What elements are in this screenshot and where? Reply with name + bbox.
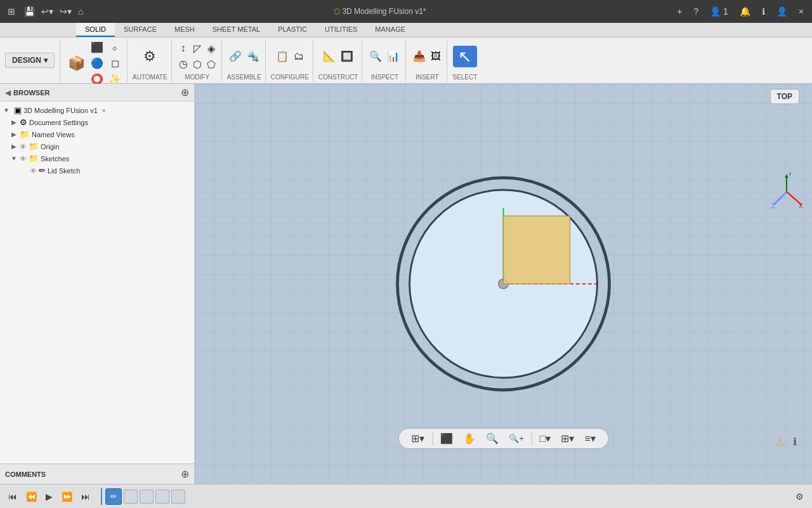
tab-manage[interactable]: MANAGE bbox=[366, 23, 414, 37]
svg-text:X: X bbox=[799, 203, 802, 210]
account-button[interactable]: 👤 bbox=[773, 5, 790, 18]
timeline-other-items bbox=[124, 490, 185, 504]
revolve-button[interactable]: 🔵 bbox=[89, 56, 105, 70]
timeline-item-3[interactable] bbox=[140, 490, 154, 504]
tab-sheet-metal[interactable]: SHEET METAL bbox=[204, 23, 269, 37]
sketches-folder-icon: 📁 bbox=[29, 154, 39, 163]
section-analysis-button[interactable]: 📊 bbox=[385, 49, 402, 64]
axis-indicator: Y Z X bbox=[771, 173, 802, 204]
new-component-icon: 📦 bbox=[68, 57, 85, 70]
expand-named-views-icon: ▶ bbox=[10, 131, 18, 138]
select-button[interactable]: ↖ bbox=[453, 46, 477, 67]
comments-add-button[interactable]: ⊕ bbox=[181, 468, 189, 480]
lid-sketch-label: Lid Sketch bbox=[48, 167, 80, 175]
ribbon-group-select: ↖ SELECT bbox=[449, 39, 481, 82]
fillet-icon: ◷ bbox=[179, 58, 188, 70]
timeline-settings-button[interactable]: ⚙ bbox=[792, 490, 807, 503]
fillet-button[interactable]: ◷ bbox=[177, 57, 190, 71]
expand-origin-icon: ▶ bbox=[10, 143, 18, 150]
tab-mesh[interactable]: MESH bbox=[166, 23, 204, 37]
measure-button[interactable]: 🔍 bbox=[367, 49, 384, 64]
press-pull-button[interactable]: ↕ bbox=[177, 41, 190, 55]
new-component-button[interactable]: 📦 bbox=[65, 55, 88, 72]
undo-button[interactable]: ↩▾ bbox=[39, 5, 56, 18]
tree-item-origin[interactable]: ▶ 👁 📁 Origin bbox=[0, 140, 194, 152]
ribbon: SOLID SURFACE MESH SHEET METAL PLASTIC U… bbox=[0, 23, 812, 84]
browser-collapse-button[interactable]: ◀ bbox=[5, 88, 11, 97]
tree-item-named-views[interactable]: ▶ 📁 Named Views bbox=[0, 128, 194, 140]
tree-item-lid-sketch[interactable]: 👁 ✏ Lid Sketch bbox=[0, 164, 194, 177]
orbit-button[interactable]: ✋ bbox=[461, 431, 478, 446]
timeline-start-button[interactable]: ⏮ bbox=[5, 490, 20, 503]
info-settings-button[interactable]: ℹ bbox=[790, 434, 799, 449]
configurations-button[interactable]: 🗂 bbox=[292, 50, 306, 64]
grid-settings-button[interactable]: ⊞▾ bbox=[558, 431, 577, 446]
chevron-down-icon: ▾ bbox=[44, 56, 48, 65]
timeline-end-button[interactable]: ⏭ bbox=[78, 490, 93, 503]
parameters-button[interactable]: 📋 bbox=[274, 49, 291, 64]
scale-button[interactable]: ⬠ bbox=[205, 57, 218, 72]
viewport-canvas[interactable]: TOP Y Z X bbox=[195, 84, 812, 484]
view-settings-button[interactable]: ≡▾ bbox=[582, 431, 598, 446]
joint-button[interactable]: 🔗 bbox=[227, 49, 244, 64]
timeline-item-4[interactable] bbox=[155, 490, 169, 504]
midplane-button[interactable]: 🔲 bbox=[339, 49, 355, 64]
timeline-item-5[interactable] bbox=[171, 490, 185, 504]
tree-item-sketches[interactable]: ▼ 👁 📁 Sketches bbox=[0, 152, 194, 164]
loft-icon: ⬦ bbox=[112, 42, 118, 53]
timeline-next-button[interactable]: ⏩ bbox=[58, 490, 75, 503]
close-button[interactable]: × bbox=[796, 5, 807, 18]
home-icon: ⌂ bbox=[78, 6, 83, 17]
browser-add-button[interactable]: ⊕ bbox=[181, 86, 189, 98]
automate-group-label: AUTOMATE bbox=[133, 74, 167, 81]
shell-button[interactable]: ⬡ bbox=[191, 57, 204, 72]
user-count-button[interactable]: 👤 1 bbox=[707, 5, 731, 18]
help-button[interactable]: ℹ bbox=[759, 5, 768, 18]
tree-item-root[interactable]: ▼ ▣ 3D Modelling FUsion v1 ● bbox=[0, 104, 194, 116]
timeline-item-sketch[interactable]: ✏ bbox=[105, 488, 122, 505]
redo-button[interactable]: ↪▾ bbox=[57, 5, 74, 18]
apps-button[interactable]: ⊞ bbox=[5, 5, 18, 18]
insert-mesh-button[interactable]: 📥 bbox=[411, 49, 428, 64]
zoom-in-button[interactable]: 🔍+ bbox=[506, 432, 527, 444]
draft-button[interactable]: ◈ bbox=[205, 41, 218, 56]
tab-surface[interactable]: SURFACE bbox=[115, 23, 166, 37]
doc-settings-icon: ⚙ bbox=[20, 117, 27, 127]
origin-eye-icon: 👁 bbox=[20, 143, 27, 150]
extrude-button[interactable]: ⬛ bbox=[89, 40, 105, 55]
ribbon-group-automate: ⚙ AUTOMATE bbox=[129, 39, 172, 82]
timeline-prev-button[interactable]: ⏪ bbox=[23, 490, 40, 503]
browser-header: ◀ BROWSER ⊕ bbox=[0, 84, 194, 102]
lid-sketch-icon: ✏ bbox=[39, 166, 46, 175]
tab-solid[interactable]: SOLID bbox=[76, 23, 115, 37]
offset-plane-button[interactable]: 📐 bbox=[321, 49, 337, 64]
extrude-icon: ⬛ bbox=[91, 41, 103, 53]
save-button[interactable]: 💾 bbox=[22, 5, 37, 18]
loft-button[interactable]: ⬦ bbox=[107, 41, 123, 55]
grid-snap-button[interactable]: ⊞▾ bbox=[409, 431, 427, 446]
zoom-out-button[interactable]: 🔍 bbox=[483, 431, 501, 446]
chamfer-button[interactable]: ◸ bbox=[191, 41, 204, 56]
draft-icon: ◈ bbox=[207, 43, 215, 55]
display-mode-button[interactable]: □▾ bbox=[537, 431, 554, 446]
timeline-play-button[interactable]: ▶ bbox=[43, 490, 56, 503]
warning-button[interactable]: ⚠ bbox=[773, 434, 787, 449]
add-tab-button[interactable]: + bbox=[674, 5, 685, 18]
automate-button[interactable]: ⚙ bbox=[140, 48, 160, 65]
notification-button[interactable]: 🔔 bbox=[737, 5, 754, 18]
svg-text:Z: Z bbox=[771, 203, 775, 210]
insert-svg-button[interactable]: 🖼 bbox=[429, 50, 443, 64]
tree-item-doc-settings[interactable]: ▶ ⚙ Document Settings bbox=[0, 116, 194, 128]
select-group-label: SELECT bbox=[452, 74, 477, 81]
press-pull-icon: ↕ bbox=[181, 43, 186, 54]
tab-plastic[interactable]: PLASTIC bbox=[269, 23, 316, 37]
assemble-group-label: ASSEMBLE bbox=[227, 74, 261, 81]
design-dropdown-button[interactable]: DESIGN ▾ bbox=[5, 53, 55, 68]
help-center-button[interactable]: ? bbox=[690, 5, 702, 18]
fit-to-screen-button[interactable]: ⬛ bbox=[438, 431, 455, 446]
home-button[interactable]: ⌂ bbox=[75, 5, 86, 18]
motion-link-button[interactable]: 🔩 bbox=[245, 49, 261, 64]
rib-button[interactable]: ◻ bbox=[107, 56, 123, 70]
tab-utilities[interactable]: UTILITIES bbox=[316, 23, 366, 37]
timeline-item-2[interactable] bbox=[124, 490, 138, 504]
